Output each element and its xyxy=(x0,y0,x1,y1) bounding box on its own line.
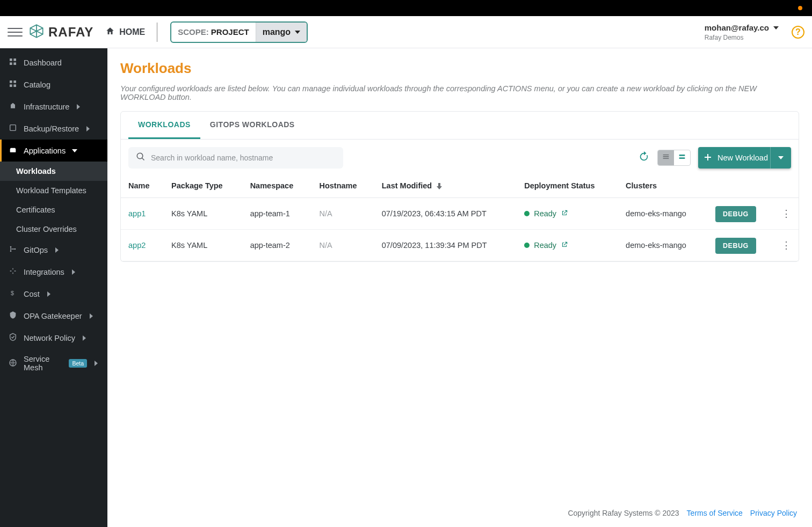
cell-last-modified: 07/19/2023, 06:43:15 AM PDT xyxy=(374,198,517,230)
svg-rect-1 xyxy=(13,58,16,61)
chevron-down-icon xyxy=(295,27,300,37)
svg-rect-6 xyxy=(10,84,12,87)
new-workload-button[interactable]: New Workload xyxy=(698,147,791,169)
status-label: Ready xyxy=(534,209,556,218)
sidebar-item-catalog[interactable]: Catalog xyxy=(0,74,107,96)
search-input[interactable] xyxy=(151,153,336,162)
chevron-down-icon xyxy=(773,23,779,33)
help-button[interactable]: ? xyxy=(792,26,804,39)
chevron-right-icon xyxy=(85,125,91,133)
scope-label: SCOPE: PROJECT xyxy=(171,27,256,36)
applications-icon xyxy=(9,145,17,156)
refresh-button[interactable] xyxy=(638,151,650,165)
sidebar-sub-certificates[interactable]: Certificates xyxy=(0,200,107,219)
status-badge[interactable]: Ready xyxy=(524,209,611,218)
workloads-table: Name Package Type Namespace Hostname Las… xyxy=(121,174,799,261)
footer-tos-link[interactable]: Terms of Service xyxy=(687,509,743,517)
col-clusters[interactable]: Clusters xyxy=(618,174,708,198)
cell-package-type: K8s YAML xyxy=(164,230,243,261)
status-dot-icon xyxy=(524,211,530,216)
sidebar-item-service-mesh[interactable]: Service Mesh Beta xyxy=(0,349,107,378)
list-view-button[interactable] xyxy=(658,150,674,165)
debug-button[interactable]: DEBUG xyxy=(715,238,756,254)
table-row: app2 K8s YAML app-team-2 N/A 07/09/2023,… xyxy=(121,230,799,261)
col-name[interactable]: Name xyxy=(121,174,164,198)
infrastructure-icon xyxy=(9,101,17,112)
row-actions-menu[interactable]: ⋮ xyxy=(774,198,799,230)
view-toggle xyxy=(657,150,691,166)
workload-name-link[interactable]: app2 xyxy=(121,230,164,261)
sidebar-item-label: Service Mesh xyxy=(24,355,59,372)
svg-point-11 xyxy=(15,248,16,250)
sidebar-item-infrastructure[interactable]: Infrastructure xyxy=(0,96,107,118)
app-header: RAFAY HOME SCOPE: PROJECT mango mohan@ra… xyxy=(0,16,812,48)
sidebar-item-backup-restore[interactable]: Backup/Restore xyxy=(0,118,107,140)
svg-rect-3 xyxy=(13,62,16,65)
sidebar-item-integrations[interactable]: Integrations xyxy=(0,261,107,283)
col-package-type[interactable]: Package Type xyxy=(164,174,243,198)
integrations-icon xyxy=(9,267,17,277)
main-content: Workloads Your configured workloads are … xyxy=(107,48,812,527)
chevron-right-icon xyxy=(82,334,87,342)
rafay-logo-icon xyxy=(29,24,44,41)
sidebar-item-label: Cost xyxy=(24,290,40,298)
chevron-right-icon xyxy=(71,268,76,276)
tab-workloads[interactable]: WORKLOADS xyxy=(128,112,200,139)
cell-last-modified: 07/09/2023, 11:39:34 PM PDT xyxy=(374,230,517,261)
col-namespace[interactable]: Namespace xyxy=(243,174,312,198)
grid-view-button[interactable] xyxy=(674,150,690,165)
sidebar-item-network-policy[interactable]: Network Policy xyxy=(0,327,107,349)
gitops-icon xyxy=(9,245,17,255)
new-workload-dropdown[interactable] xyxy=(770,147,791,169)
cell-clusters: demo-eks-mango xyxy=(618,230,708,261)
sidebar-item-gitops[interactable]: GitOps xyxy=(0,239,107,261)
sidebar-item-dashboard[interactable]: Dashboard xyxy=(0,52,107,74)
header-divider xyxy=(157,23,157,42)
svg-rect-14 xyxy=(679,155,685,156)
sidebar-sub-workloads[interactable]: Workloads xyxy=(0,162,107,181)
sidebar-item-cost[interactable]: $ Cost xyxy=(0,283,107,305)
beta-badge: Beta xyxy=(69,359,87,368)
cell-clusters: demo-eks-mango xyxy=(618,198,708,230)
col-last-modified[interactable]: Last Modified xyxy=(374,174,517,198)
page-description: Your configured workloads are listed bel… xyxy=(120,84,799,101)
sidebar-item-label: Catalog xyxy=(24,80,50,89)
sidebar-item-applications[interactable]: Applications xyxy=(0,140,107,162)
account-dropdown[interactable]: mohan@rafay.co xyxy=(705,23,779,33)
sidebar-sub-workload-templates[interactable]: Workload Templates xyxy=(0,181,107,200)
svg-rect-8 xyxy=(10,125,16,131)
sidebar: Dashboard Catalog Infrastructure Backup/… xyxy=(0,48,107,527)
tab-gitops-workloads[interactable]: GITOPS WORKLOADS xyxy=(200,112,305,139)
chevron-down-icon xyxy=(72,147,77,155)
workload-name-link[interactable]: app1 xyxy=(121,198,164,230)
svg-rect-5 xyxy=(13,80,16,83)
chevron-right-icon xyxy=(89,312,94,320)
row-actions-menu[interactable]: ⋮ xyxy=(774,230,799,261)
footer-privacy-link[interactable]: Privacy Policy xyxy=(750,509,797,517)
cell-status: Ready xyxy=(517,198,618,230)
opa-icon xyxy=(9,311,17,321)
sidebar-item-label: Backup/Restore xyxy=(24,125,79,133)
sidebar-item-opa-gatekeeper[interactable]: OPA Gatekeeper xyxy=(0,305,107,327)
hamburger-menu-button[interactable] xyxy=(8,25,23,40)
chevron-right-icon xyxy=(76,103,81,111)
col-deployment-status[interactable]: Deployment Status xyxy=(517,174,618,198)
cell-hostname: N/A xyxy=(311,230,374,261)
status-dot-icon xyxy=(524,243,530,248)
status-badge[interactable]: Ready xyxy=(524,241,611,250)
debug-button[interactable]: DEBUG xyxy=(715,206,756,222)
home-button[interactable]: HOME xyxy=(105,26,145,38)
project-dropdown[interactable]: mango xyxy=(256,23,307,42)
sidebar-sub-cluster-overrides[interactable]: Cluster Overrides xyxy=(0,219,107,239)
home-icon xyxy=(105,26,115,38)
tabs: WORKLOADS GITOPS WORKLOADS xyxy=(121,112,799,140)
footer: Copyright Rafay Systems © 2023 Terms of … xyxy=(120,499,799,527)
cell-status: Ready xyxy=(517,230,618,261)
cost-icon: $ xyxy=(9,289,17,299)
cell-namespace: app-team-2 xyxy=(243,230,312,261)
svg-point-10 xyxy=(10,251,12,252)
svg-rect-15 xyxy=(679,157,685,159)
chevron-down-icon xyxy=(778,153,784,163)
col-hostname[interactable]: Hostname xyxy=(311,174,374,198)
account-org: Rafay Demos xyxy=(705,34,744,41)
